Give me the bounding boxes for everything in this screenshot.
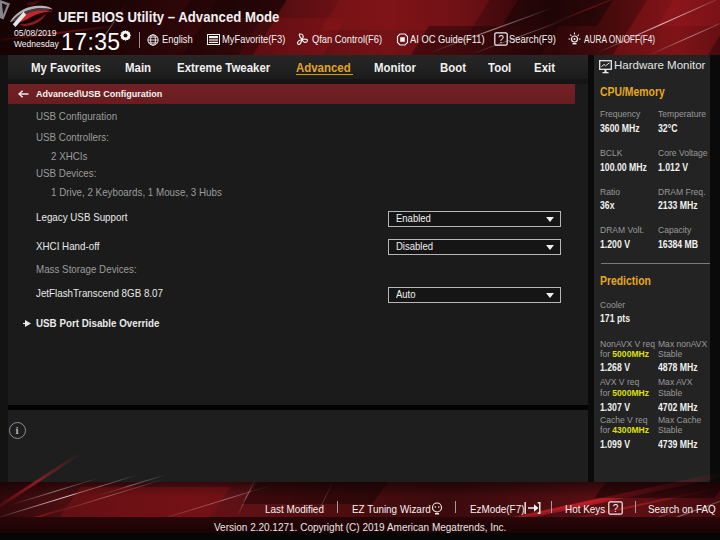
svg-text:?: ? [613,503,619,514]
svg-text:?: ? [498,34,504,45]
